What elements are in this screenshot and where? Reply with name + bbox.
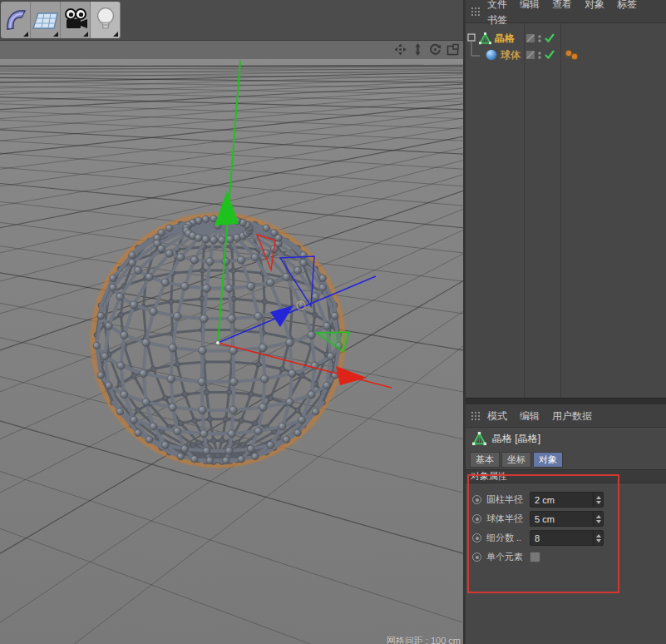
light-object-button[interactable] <box>91 2 121 38</box>
rotate-icon[interactable] <box>428 42 442 57</box>
tab-0[interactable]: 基本 <box>470 452 500 468</box>
enabled-check-icon[interactable] <box>545 51 554 58</box>
om-menu-item-4[interactable]: 标签 <box>617 0 637 10</box>
3d-scene <box>0 59 463 644</box>
editor-visibility-dot[interactable] <box>538 52 540 54</box>
om-menu-item-2[interactable]: 查看 <box>552 0 572 10</box>
tab-1[interactable]: 坐标 <box>501 452 531 468</box>
submenu-triangle-icon <box>53 32 58 37</box>
property-label: 细分数 .. <box>486 532 530 544</box>
field-value[interactable]: 2 cm <box>530 495 593 505</box>
value-field[interactable]: 2 cm <box>530 492 604 508</box>
field-value[interactable]: 8 <box>530 533 593 543</box>
value-field[interactable]: 5 cm <box>530 511 604 527</box>
column-separator <box>524 23 525 398</box>
spinner-icon[interactable] <box>593 512 603 526</box>
visibility-toggles[interactable] <box>525 32 557 45</box>
object-manager-menubar: 文件编辑查看对象标签书签 <box>466 0 666 23</box>
object-manager-tree: 晶格球体 <box>466 23 666 398</box>
property-row-2: 细分数 ..8 <box>466 528 666 547</box>
sphere-object-icon <box>486 49 497 61</box>
am-menu-item-2[interactable]: 用户数据 <box>552 410 592 422</box>
x-axis-arrow-icon <box>336 366 367 385</box>
checkbox[interactable] <box>530 552 540 562</box>
attribute-manager-menu: 模式编辑用户数据 <box>487 408 604 424</box>
keyframe-circle-icon[interactable] <box>472 533 481 542</box>
om-menu-item-3[interactable]: 对象 <box>585 0 604 10</box>
keyframe-circle-icon[interactable] <box>472 552 481 562</box>
object-row-lattice[interactable]: 晶格 <box>466 30 666 47</box>
camera-object-button[interactable] <box>61 2 91 38</box>
submenu-triangle-icon <box>83 32 88 37</box>
editor-visibility-dot[interactable] <box>538 35 540 37</box>
point-tag-icons[interactable] <box>564 48 580 62</box>
cinema4d-window: { "toolbar": { "buttons": [ {"icon": "be… <box>0 0 666 644</box>
keyframe-circle-icon[interactable] <box>472 495 481 504</box>
grid-spacing-status: 网格间距 : 100 cm <box>387 635 461 644</box>
property-row-1: 球体半径5 cm <box>466 509 666 528</box>
om-menu-item-1[interactable]: 编辑 <box>520 0 540 10</box>
viewport-toolbar <box>0 0 463 40</box>
attribute-tabs: 基本坐标对象 <box>466 449 666 469</box>
lattice-object-icon <box>472 432 486 446</box>
floor-grid-icon <box>32 6 59 34</box>
tab-2-active[interactable]: 对象 <box>533 452 563 468</box>
value-field[interactable]: 8 <box>530 530 604 546</box>
object-label[interactable]: 球体 <box>501 48 520 62</box>
submenu-triangle-icon <box>113 32 118 37</box>
enabled-check-icon[interactable] <box>545 34 554 42</box>
visibility-toggles[interactable] <box>525 48 557 62</box>
bend-deformer-icon <box>3 6 28 34</box>
bend-deformer-button[interactable] <box>1 2 31 38</box>
xz-plane-handle <box>316 332 349 352</box>
light-bulb-icon <box>93 5 118 35</box>
camera-icon <box>62 6 89 34</box>
right-panel: 文件编辑查看对象标签书签 晶格球体 模式编辑用户数据 晶格 [晶格] 基本坐标对… <box>466 0 666 644</box>
render-visibility-dot[interactable] <box>538 56 540 58</box>
property-label: 球体半径 <box>486 513 530 525</box>
panel-grip-icon[interactable] <box>470 410 481 421</box>
attribute-manager-menubar: 模式编辑用户数据 <box>466 404 666 428</box>
attribute-object-name: 晶格 [晶格] <box>492 432 540 446</box>
expand-toggle-icon[interactable] <box>466 30 479 47</box>
viewport-titlebar[interactable] <box>0 40 463 60</box>
attribute-properties: 圆柱半径2 cm球体半径5 cm细分数 ..8单个元素 <box>466 483 666 567</box>
tree-connector <box>466 47 486 63</box>
floor-object-button[interactable] <box>31 2 61 38</box>
render-visibility-dot[interactable] <box>538 39 540 42</box>
panel-grip-icon[interactable] <box>470 6 481 17</box>
om-menu-item-0[interactable]: 文件 <box>487 0 507 10</box>
object-label[interactable]: 晶格 <box>495 32 515 46</box>
am-menu-item-1[interactable]: 编辑 <box>520 410 540 422</box>
field-value[interactable]: 5 cm <box>530 514 593 524</box>
property-row-0: 圆柱半径2 cm <box>466 490 666 509</box>
object-row-sphere[interactable]: 球体 <box>466 47 666 63</box>
pan-icon[interactable] <box>393 42 407 57</box>
attribute-object-title: 晶格 [晶格] <box>466 428 666 449</box>
am-menu-item-0[interactable]: 模式 <box>487 410 507 422</box>
viewport-canvas[interactable]: 网格间距 : 100 cm <box>0 59 463 644</box>
viewport-area: 网格间距 : 100 cm <box>0 0 463 644</box>
dolly-icon[interactable] <box>411 42 425 57</box>
submenu-triangle-icon <box>23 32 28 37</box>
keyframe-circle-icon[interactable] <box>472 514 481 523</box>
property-row-3: 单个元素 <box>466 547 666 567</box>
section-header: 对象属性 <box>466 469 666 483</box>
spinner-icon[interactable] <box>593 493 603 507</box>
maximize-icon[interactable] <box>446 42 460 57</box>
column-separator <box>560 23 561 398</box>
property-label: 单个元素 <box>486 551 530 563</box>
lattice-object-icon <box>479 32 491 45</box>
y-axis-arrow-icon <box>215 191 239 225</box>
property-label: 圆柱半径 <box>486 493 530 506</box>
spinner-icon[interactable] <box>593 531 603 545</box>
panel-divider[interactable] <box>466 398 666 404</box>
gizmo-origin <box>216 341 220 344</box>
